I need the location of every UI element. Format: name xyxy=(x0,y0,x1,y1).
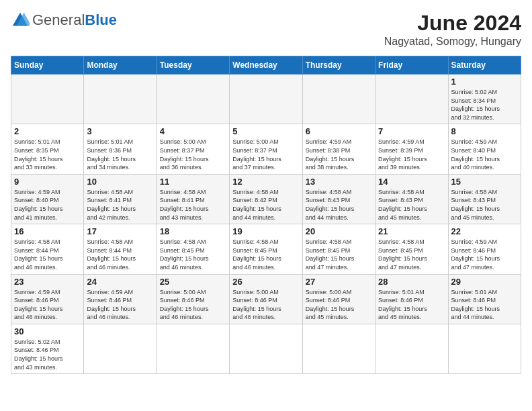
calendar-cell: 15Sunrise: 4:58 AM Sunset: 8:43 PM Dayli… xyxy=(448,174,521,224)
calendar-cell xyxy=(302,75,375,124)
calendar-week-3: 16Sunrise: 4:58 AM Sunset: 8:44 PM Dayli… xyxy=(11,224,521,274)
calendar-subtitle: Nagyatad, Somogy, Hungary xyxy=(384,36,521,48)
calendar-cell xyxy=(448,324,521,373)
day-number: 12 xyxy=(232,177,299,187)
calendar-cell: 12Sunrise: 4:58 AM Sunset: 8:42 PM Dayli… xyxy=(230,174,302,224)
calendar-cell: 8Sunrise: 4:59 AM Sunset: 8:40 PM Daylig… xyxy=(448,124,521,174)
weekday-header-saturday: Saturday xyxy=(448,56,521,75)
day-number: 17 xyxy=(87,226,153,236)
day-number: 15 xyxy=(451,177,518,187)
calendar-cell: 18Sunrise: 4:58 AM Sunset: 8:45 PM Dayli… xyxy=(157,224,229,274)
weekday-header-tuesday: Tuesday xyxy=(157,56,229,75)
logo-icon xyxy=(11,11,30,30)
calendar-cell: 17Sunrise: 4:58 AM Sunset: 8:44 PM Dayli… xyxy=(84,224,157,274)
calendar-week-5: 30Sunrise: 5:02 AM Sunset: 8:46 PM Dayli… xyxy=(11,324,521,373)
calendar-cell xyxy=(375,75,448,124)
weekday-header-wednesday: Wednesday xyxy=(230,56,302,75)
logo-general: GeneralBlue xyxy=(32,11,117,29)
day-number: 20 xyxy=(306,226,372,236)
calendar-week-4: 23Sunrise: 4:59 AM Sunset: 8:46 PM Dayli… xyxy=(11,274,521,324)
day-number: 5 xyxy=(232,126,299,136)
calendar-cell: 1Sunrise: 5:02 AM Sunset: 8:34 PM Daylig… xyxy=(448,75,521,124)
calendar-cell: 5Sunrise: 5:00 AM Sunset: 8:37 PM Daylig… xyxy=(230,124,302,174)
calendar-cell xyxy=(11,75,84,124)
day-number: 8 xyxy=(451,126,518,136)
calendar-cell xyxy=(157,75,229,124)
day-info: Sunrise: 4:59 AM Sunset: 8:39 PM Dayligh… xyxy=(378,138,445,171)
day-info: Sunrise: 4:58 AM Sunset: 8:45 PM Dayligh… xyxy=(306,238,372,271)
day-info: Sunrise: 4:58 AM Sunset: 8:42 PM Dayligh… xyxy=(232,188,299,222)
day-info: Sunrise: 5:00 AM Sunset: 8:46 PM Dayligh… xyxy=(232,288,299,322)
title-area: June 2024 Nagyatad, Somogy, Hungary xyxy=(384,11,521,48)
calendar-cell: 2Sunrise: 5:01 AM Sunset: 8:35 PM Daylig… xyxy=(11,124,84,174)
day-info: Sunrise: 5:02 AM Sunset: 8:46 PM Dayligh… xyxy=(14,338,81,371)
day-number: 16 xyxy=(14,226,81,236)
day-info: Sunrise: 4:58 AM Sunset: 8:44 PM Dayligh… xyxy=(14,238,81,271)
calendar-cell xyxy=(84,75,157,124)
calendar-cell: 9Sunrise: 4:59 AM Sunset: 8:40 PM Daylig… xyxy=(11,174,84,224)
calendar-cell: 24Sunrise: 4:59 AM Sunset: 8:46 PM Dayli… xyxy=(84,274,157,324)
day-number: 7 xyxy=(378,126,445,136)
day-number: 4 xyxy=(160,126,226,136)
day-info: Sunrise: 4:59 AM Sunset: 8:46 PM Dayligh… xyxy=(14,288,81,322)
day-number: 13 xyxy=(306,177,372,187)
day-info: Sunrise: 4:58 AM Sunset: 8:43 PM Dayligh… xyxy=(306,188,372,222)
day-number: 6 xyxy=(306,126,372,136)
calendar-title: June 2024 xyxy=(384,11,521,36)
calendar-cell xyxy=(157,324,229,373)
day-info: Sunrise: 4:58 AM Sunset: 8:45 PM Dayligh… xyxy=(378,238,445,271)
day-number: 10 xyxy=(87,177,153,187)
logo: GeneralBlue xyxy=(11,11,117,30)
day-number: 11 xyxy=(160,177,226,187)
calendar-cell: 26Sunrise: 5:00 AM Sunset: 8:46 PM Dayli… xyxy=(230,274,302,324)
day-info: Sunrise: 5:02 AM Sunset: 8:34 PM Dayligh… xyxy=(451,88,518,122)
day-info: Sunrise: 4:58 AM Sunset: 8:45 PM Dayligh… xyxy=(160,238,226,271)
day-info: Sunrise: 5:00 AM Sunset: 8:46 PM Dayligh… xyxy=(160,288,226,322)
day-info: Sunrise: 5:01 AM Sunset: 8:35 PM Dayligh… xyxy=(14,138,81,171)
day-info: Sunrise: 4:59 AM Sunset: 8:46 PM Dayligh… xyxy=(87,288,153,322)
weekday-header-sunday: Sunday xyxy=(11,56,84,75)
calendar-header-row: SundayMondayTuesdayWednesdayThursdayFrid… xyxy=(11,56,521,75)
calendar-table: SundayMondayTuesdayWednesdayThursdayFrid… xyxy=(11,56,521,374)
calendar-cell: 10Sunrise: 4:58 AM Sunset: 8:41 PM Dayli… xyxy=(84,174,157,224)
day-number: 1 xyxy=(451,77,518,87)
day-info: Sunrise: 5:01 AM Sunset: 8:36 PM Dayligh… xyxy=(87,138,153,171)
weekday-header-friday: Friday xyxy=(375,56,448,75)
calendar-cell: 6Sunrise: 4:59 AM Sunset: 8:38 PM Daylig… xyxy=(302,124,375,174)
weekday-header-thursday: Thursday xyxy=(302,56,375,75)
calendar-cell: 20Sunrise: 4:58 AM Sunset: 8:45 PM Dayli… xyxy=(302,224,375,274)
day-number: 29 xyxy=(451,277,518,287)
day-info: Sunrise: 4:58 AM Sunset: 8:41 PM Dayligh… xyxy=(160,188,226,222)
calendar-cell: 11Sunrise: 4:58 AM Sunset: 8:41 PM Dayli… xyxy=(157,174,229,224)
day-info: Sunrise: 4:59 AM Sunset: 8:40 PM Dayligh… xyxy=(451,138,518,171)
calendar-cell: 16Sunrise: 4:58 AM Sunset: 8:44 PM Dayli… xyxy=(11,224,84,274)
calendar-cell: 30Sunrise: 5:02 AM Sunset: 8:46 PM Dayli… xyxy=(11,324,84,373)
calendar-cell: 22Sunrise: 4:59 AM Sunset: 8:46 PM Dayli… xyxy=(448,224,521,274)
calendar-week-0: 1Sunrise: 5:02 AM Sunset: 8:34 PM Daylig… xyxy=(11,75,521,124)
day-info: Sunrise: 4:58 AM Sunset: 8:43 PM Dayligh… xyxy=(378,188,445,222)
calendar-cell: 14Sunrise: 4:58 AM Sunset: 8:43 PM Dayli… xyxy=(375,174,448,224)
day-number: 28 xyxy=(378,277,445,287)
weekday-header-monday: Monday xyxy=(84,56,157,75)
calendar-cell: 3Sunrise: 5:01 AM Sunset: 8:36 PM Daylig… xyxy=(84,124,157,174)
day-number: 2 xyxy=(14,126,81,136)
day-number: 27 xyxy=(306,277,372,287)
day-info: Sunrise: 4:59 AM Sunset: 8:46 PM Dayligh… xyxy=(451,238,518,271)
day-info: Sunrise: 5:01 AM Sunset: 8:46 PM Dayligh… xyxy=(378,288,445,322)
day-number: 18 xyxy=(160,226,226,236)
day-number: 21 xyxy=(378,226,445,236)
calendar-cell: 21Sunrise: 4:58 AM Sunset: 8:45 PM Dayli… xyxy=(375,224,448,274)
calendar-cell: 28Sunrise: 5:01 AM Sunset: 8:46 PM Dayli… xyxy=(375,274,448,324)
day-number: 14 xyxy=(378,177,445,187)
day-info: Sunrise: 5:00 AM Sunset: 8:46 PM Dayligh… xyxy=(306,288,372,322)
calendar-cell xyxy=(230,324,302,373)
calendar-cell xyxy=(375,324,448,373)
day-info: Sunrise: 4:58 AM Sunset: 8:43 PM Dayligh… xyxy=(451,188,518,222)
calendar-cell xyxy=(230,75,302,124)
page-header: GeneralBlue June 2024 Nagyatad, Somogy, … xyxy=(11,11,521,48)
calendar-week-1: 2Sunrise: 5:01 AM Sunset: 8:35 PM Daylig… xyxy=(11,124,521,174)
calendar-cell xyxy=(84,324,157,373)
day-number: 9 xyxy=(14,177,81,187)
day-number: 24 xyxy=(87,277,153,287)
day-info: Sunrise: 5:00 AM Sunset: 8:37 PM Dayligh… xyxy=(232,138,299,171)
